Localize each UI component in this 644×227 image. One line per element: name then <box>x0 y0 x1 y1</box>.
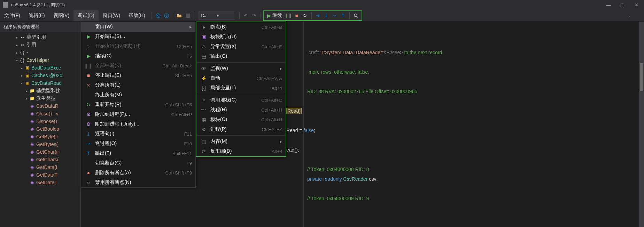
expander-icon[interactable]: ▸ <box>24 96 29 100</box>
save-button[interactable] <box>184 11 192 20</box>
submenu-item[interactable]: ⚡自动Ctrl+Alt+V, A <box>196 73 286 83</box>
menu-edit[interactable]: 编辑(E) <box>24 10 49 21</box>
open-button[interactable] <box>175 11 184 20</box>
submenu-item[interactable]: ⇄反汇编(D)Alt+8 <box>196 146 286 156</box>
tree-item[interactable]: ◉GetByte(ir <box>0 133 80 140</box>
stop-debug-button[interactable]: ■ <box>293 11 301 20</box>
expander-icon[interactable] <box>24 150 29 154</box>
tree-label: Dispose() <box>36 119 57 124</box>
menu-item[interactable]: ■停止调试(E)Shift+F5 <box>81 71 195 80</box>
tree-item[interactable]: ◉GetData(i <box>0 163 80 171</box>
menu-item[interactable]: ●删除所有断点(A)Ctrl+Shift+F9 <box>81 168 195 178</box>
menu-shortcut: Ctrl+F5 <box>177 44 192 49</box>
menu-item[interactable]: ▶开始调试(S)... <box>81 32 195 41</box>
expander-icon[interactable]: ▸ <box>15 50 19 55</box>
tree-item[interactable]: ▾{ }CsvHelper <box>0 56 80 64</box>
step-over-button[interactable]: ⤻ <box>331 11 339 20</box>
continue-button[interactable]: ▶ 继续 <box>265 12 284 19</box>
menu-item[interactable]: ✕分离所有(L) <box>81 80 195 90</box>
expander-icon[interactable] <box>24 142 29 146</box>
show-next-stmt-button[interactable]: ➜ <box>314 11 322 20</box>
menu-item[interactable]: 切换断点(G)F9 <box>81 158 195 168</box>
tree-item[interactable]: ◉GetDateT <box>0 179 80 186</box>
menu-file[interactable]: 文件(F) <box>0 10 24 21</box>
redo-button[interactable]: ↷ <box>250 11 258 20</box>
tree-item[interactable]: ▸▪▪类型引用 <box>0 33 80 41</box>
submenu-item[interactable]: [·]局部变量(L)Alt+4 <box>196 83 286 93</box>
tree-item[interactable]: ◉Dispose() <box>0 117 80 125</box>
minimize-button[interactable]: — <box>604 1 613 8</box>
step-into-button[interactable]: ⤓ <box>322 11 331 20</box>
submenu-item[interactable]: ⚠异常设置(X)Ctrl+Alt+E <box>196 42 286 51</box>
menu-view[interactable]: 视图(V) <box>49 10 74 21</box>
restart-button[interactable]: ↻ <box>301 11 309 20</box>
menu-item[interactable]: 终止所有(M) <box>81 90 195 100</box>
expander-icon[interactable]: ▸ <box>15 35 19 39</box>
submenu-item[interactable]: ●断点(B)Ctrl+Alt+B <box>196 22 286 32</box>
menu-debug[interactable]: 调试(D) <box>73 10 98 21</box>
expander-icon[interactable] <box>24 104 29 108</box>
menu-item[interactable]: ⤓逐语句(I)F11 <box>81 129 195 139</box>
submenu-item[interactable]: ▣模块断点(U) <box>196 32 286 42</box>
menu-item[interactable]: ⚙附加到进程 (Unity)... <box>81 119 195 129</box>
assembly-tree[interactable]: ▸▪▪类型引用▸▪▪引用▸{ }-▾{ }CsvHelper▸▣BadDataE… <box>0 32 80 188</box>
nav-back-button[interactable] <box>154 11 162 20</box>
submenu-item[interactable]: ≡调用堆栈(C)Ctrl+Alt+C <box>196 95 286 105</box>
language-combo[interactable]: C# ▾ <box>199 11 235 20</box>
expander-icon[interactable]: ▾ <box>20 81 24 85</box>
expander-icon[interactable]: ▸ <box>20 73 24 78</box>
menu-help[interactable]: 帮助(H) <box>124 10 149 21</box>
vertical-scrollbar[interactable] <box>639 22 644 227</box>
menu-item[interactable]: ▶继续(C)F5 <box>81 51 195 61</box>
menu-item[interactable]: ○禁用所有断点(N) <box>81 178 195 187</box>
tree-item[interactable]: ▸📁派生类型 <box>0 95 80 102</box>
expander-icon[interactable]: ▸ <box>24 89 29 93</box>
submenu-item[interactable]: 👁监视(W)▸ <box>196 64 286 73</box>
maximize-button[interactable]: ▢ <box>618 1 627 8</box>
tree-item[interactable]: ▸▪▪引用 <box>0 41 80 49</box>
expander-icon[interactable] <box>24 173 29 177</box>
expander-icon[interactable]: ▸ <box>20 66 24 70</box>
expander-icon[interactable] <box>24 112 29 116</box>
submenu-item[interactable]: 〰线程(H)Ctrl+Alt+H <box>196 105 286 115</box>
menu-item[interactable]: ▷开始执行(不调试) (H)Ctrl+F5 <box>81 41 195 51</box>
menu-item[interactable]: ↻重新开始(R)Ctrl+Shift+F5 <box>81 100 195 110</box>
tree-item[interactable]: ▸▣BadDataExce <box>0 64 80 72</box>
tree-item[interactable]: ▸▣Caches @020 <box>0 72 80 79</box>
menu-item[interactable]: ⚙附加到进程(P)...Ctrl+Alt+P <box>81 110 195 119</box>
submenu-item[interactable]: ▤输出(O) <box>196 51 286 61</box>
tree-item[interactable]: ▸📁基类型和接 <box>0 87 80 95</box>
tree-item[interactable]: ◉GetChars( <box>0 156 80 163</box>
menu-window[interactable]: 窗口(W) <box>99 10 125 21</box>
menu-item[interactable]: 窗口(W)▸ <box>81 22 195 32</box>
tree-item[interactable]: ▸{ }- <box>0 49 80 56</box>
close-button[interactable]: ✕ <box>631 1 641 8</box>
tree-item[interactable]: ◉GetBoolea <box>0 125 80 133</box>
tree-item[interactable]: ◉Close() : v <box>0 110 80 117</box>
undo-button[interactable]: ↶ <box>242 11 250 20</box>
expander-icon[interactable] <box>24 127 29 131</box>
expander-icon[interactable] <box>24 135 29 139</box>
tree-item[interactable]: ▾▣CsvDataRead <box>0 79 80 87</box>
submenu-item[interactable]: ▦模块(O)Ctrl+Alt+U <box>196 115 286 124</box>
expander-icon[interactable] <box>24 165 29 169</box>
menu-item[interactable]: ⤻逐过程(O)F10 <box>81 139 195 148</box>
menu-item[interactable]: ❚❚全部中断(K)Ctrl+Alt+Break <box>81 61 195 71</box>
submenu-item[interactable]: ⚙进程(P)Ctrl+Alt+Z <box>196 124 286 134</box>
tree-item[interactable]: ◉GetBytes( <box>0 140 80 148</box>
search-button[interactable] <box>352 11 360 20</box>
submenu-item[interactable]: ⬚内存(M)▸ <box>196 137 286 146</box>
menu-item[interactable]: ⤒跳出(T)Shift+F11 <box>81 148 195 158</box>
nav-forward-button[interactable] <box>162 11 171 20</box>
expander-icon[interactable]: ▾ <box>15 58 19 62</box>
code-area[interactable]: cref="T:System.Data.IDataReader"/></see>… <box>286 22 644 227</box>
tree-item[interactable]: ◉GetDataT <box>0 171 80 179</box>
break-all-button[interactable]: ❚❚ <box>284 11 293 20</box>
expander-icon[interactable] <box>24 119 29 123</box>
expander-icon[interactable] <box>24 180 29 185</box>
step-out-button[interactable]: ⤒ <box>339 11 347 20</box>
expander-icon[interactable] <box>24 157 29 162</box>
expander-icon[interactable]: ▸ <box>15 43 19 47</box>
tree-item[interactable]: ◉GetChar(ir <box>0 148 80 156</box>
tree-item[interactable]: ◉CsvDataR <box>0 102 80 110</box>
